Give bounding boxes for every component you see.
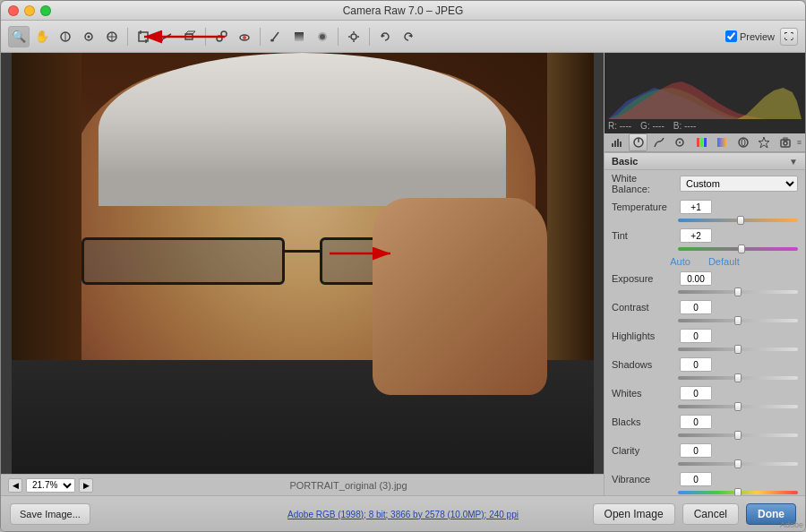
targeted-adjustment-tool[interactable] bbox=[101, 26, 123, 47]
open-image-button[interactable]: Open Image bbox=[593, 503, 675, 525]
temperature-slider-track[interactable] bbox=[678, 219, 798, 222]
clarity-row: Clarity bbox=[604, 441, 805, 460]
highlights-slider-thumb[interactable] bbox=[734, 345, 742, 354]
panel-header[interactable]: Basic ▼ bbox=[604, 152, 805, 170]
rotate-ccw-tool[interactable] bbox=[374, 26, 396, 47]
maximize-button[interactable] bbox=[40, 5, 51, 16]
contrast-input[interactable] bbox=[680, 300, 712, 314]
svg-rect-37 bbox=[617, 139, 619, 147]
panel-expand-icon[interactable]: ▼ bbox=[789, 157, 798, 167]
photo-display bbox=[12, 53, 594, 474]
whites-slider-thumb[interactable] bbox=[734, 402, 742, 411]
shadows-slider-track[interactable] bbox=[678, 376, 798, 380]
straighten-tool[interactable] bbox=[156, 26, 177, 47]
tint-input[interactable] bbox=[680, 228, 712, 243]
transform-tool[interactable] bbox=[179, 26, 201, 47]
whites-slider-row bbox=[604, 403, 805, 412]
red-eye-tool[interactable] bbox=[234, 26, 255, 47]
detail-panel-icon[interactable] bbox=[671, 133, 689, 151]
image-status-bar: ◀ 21.7% ▶ PORTRAIT_original (3).jpg bbox=[1, 474, 604, 495]
exposure-slider-track[interactable] bbox=[678, 290, 798, 294]
hsl-panel-icon[interactable] bbox=[692, 133, 710, 151]
zoom-out-button[interactable]: ◀ bbox=[8, 478, 22, 493]
svg-rect-35 bbox=[612, 143, 613, 147]
temperature-slider-thumb[interactable] bbox=[737, 216, 744, 225]
fullscreen-button[interactable]: ⛶ bbox=[780, 28, 798, 46]
shadows-input[interactable] bbox=[680, 357, 712, 372]
whites-input[interactable] bbox=[680, 386, 712, 400]
main-content: ◀ 21.7% ▶ PORTRAIT_original (3).jpg bbox=[1, 53, 805, 495]
rotate-cw-tool[interactable] bbox=[398, 26, 419, 47]
tint-slider-thumb[interactable] bbox=[738, 245, 745, 253]
contrast-slider-track[interactable] bbox=[678, 319, 798, 322]
white-balance-label: White Balance: bbox=[612, 173, 676, 194]
panel-menu-icon[interactable]: ≡ bbox=[797, 138, 802, 147]
save-image-button[interactable]: Save Image... bbox=[10, 503, 90, 525]
vibrance-slider-track[interactable] bbox=[678, 491, 798, 494]
whites-slider-track[interactable] bbox=[678, 405, 798, 408]
temperature-input[interactable] bbox=[680, 200, 712, 214]
blacks-slider-track[interactable] bbox=[678, 433, 798, 437]
hand-tool[interactable]: ✋ bbox=[31, 26, 53, 47]
effects-panel-icon[interactable] bbox=[755, 133, 773, 151]
basic-panel-icon[interactable] bbox=[629, 133, 647, 151]
minimize-button[interactable] bbox=[24, 5, 35, 16]
white-balance-select[interactable]: Custom bbox=[680, 176, 798, 192]
shadows-slider-thumb[interactable] bbox=[734, 373, 742, 382]
window-title: Camera Raw 7.0 – JPEG bbox=[343, 4, 464, 17]
adjustment-brush-tool[interactable] bbox=[265, 26, 287, 47]
temperature-row: Temperature bbox=[604, 197, 805, 217]
svg-point-50 bbox=[784, 142, 787, 145]
lens-corrections-panel-icon[interactable] bbox=[734, 133, 752, 151]
r-label: R: ---- bbox=[608, 121, 631, 131]
histogram-panel-icon[interactable] bbox=[608, 133, 626, 151]
close-button[interactable] bbox=[8, 5, 19, 16]
clarity-input[interactable] bbox=[680, 443, 712, 458]
svg-point-3 bbox=[88, 35, 90, 38]
separator-1 bbox=[127, 28, 128, 46]
separator-4 bbox=[338, 28, 339, 46]
radial-filter-tool[interactable] bbox=[312, 26, 333, 47]
vibrance-slider-thumb[interactable] bbox=[734, 488, 742, 495]
clarity-slider-thumb[interactable] bbox=[734, 459, 742, 468]
tone-curve-panel-icon[interactable] bbox=[650, 133, 668, 151]
highlights-input[interactable] bbox=[680, 329, 712, 343]
clarity-slider-track[interactable] bbox=[678, 462, 798, 466]
blacks-slider-thumb[interactable] bbox=[734, 431, 742, 440]
highlights-label: Highlights bbox=[612, 330, 676, 341]
preview-checkbox[interactable] bbox=[725, 30, 737, 42]
split-toning-panel-icon[interactable] bbox=[713, 133, 731, 151]
tint-label: Tint bbox=[612, 230, 676, 241]
svg-rect-36 bbox=[614, 141, 616, 147]
svg-rect-38 bbox=[620, 142, 622, 147]
highlights-slider-track[interactable] bbox=[678, 348, 798, 351]
graduated-filter-tool[interactable] bbox=[288, 26, 310, 47]
blacks-slider-row bbox=[604, 432, 805, 441]
vibrance-input[interactable] bbox=[680, 472, 712, 486]
color-sampler-tool[interactable] bbox=[78, 26, 99, 47]
zoom-tool[interactable]: 🔍 bbox=[8, 26, 30, 47]
svg-marker-13 bbox=[185, 31, 195, 34]
crop-tool[interactable] bbox=[133, 26, 154, 47]
cancel-button[interactable]: Cancel bbox=[682, 503, 739, 525]
camera-calibration-panel-icon[interactable] bbox=[776, 133, 793, 151]
svg-marker-29 bbox=[382, 34, 385, 38]
tint-slider-track[interactable] bbox=[678, 247, 798, 251]
temperature-slider-row bbox=[604, 217, 805, 226]
auto-button[interactable]: Auto bbox=[670, 256, 690, 267]
exposure-input[interactable] bbox=[680, 271, 712, 286]
svg-line-10 bbox=[162, 34, 171, 39]
camera-raw-window: Camera Raw 7.0 – JPEG 🔍 ✋ bbox=[0, 0, 806, 532]
preferences-tool[interactable] bbox=[343, 26, 364, 47]
spot-removal-tool[interactable] bbox=[210, 26, 232, 47]
blacks-input[interactable] bbox=[680, 415, 712, 429]
white-balance-tool[interactable] bbox=[55, 26, 76, 47]
exposure-label: Exposure bbox=[612, 273, 676, 284]
exposure-slider-thumb[interactable] bbox=[734, 287, 742, 296]
zoom-in-button[interactable]: ▶ bbox=[79, 478, 93, 493]
default-button[interactable]: Default bbox=[708, 256, 740, 267]
contrast-slider-thumb[interactable] bbox=[734, 316, 742, 325]
info-link[interactable]: Adobe RGB (1998); 8 bit; 3866 by 2578 (1… bbox=[287, 510, 519, 519]
zoom-select[interactable]: 21.7% bbox=[26, 478, 75, 493]
preview-toggle[interactable]: Preview bbox=[725, 30, 775, 42]
